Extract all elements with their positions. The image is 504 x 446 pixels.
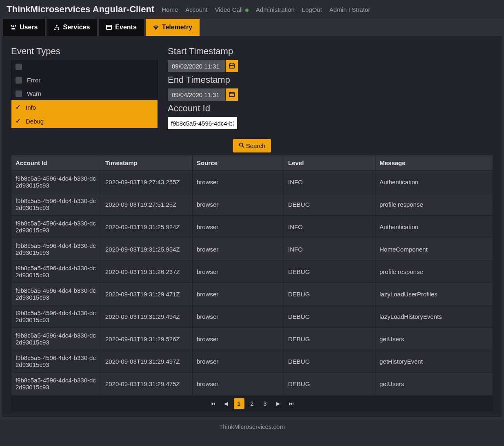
end-timestamp-picker-button[interactable]: [226, 88, 238, 101]
svg-rect-3: [107, 25, 111, 30]
search-icon: [239, 142, 244, 149]
first-page-icon: ⏮: [211, 401, 215, 406]
cell-source: browser: [193, 283, 284, 305]
cell-source: browser: [193, 350, 284, 373]
paginator-next[interactable]: ▶: [273, 398, 284, 409]
cell-timestamp: 2020-09-03T19:31:25.954Z: [101, 238, 193, 261]
event-type-warn[interactable]: Warn: [11, 87, 158, 100]
svg-rect-0: [56, 25, 58, 26]
end-timestamp-heading: End Timestamp: [168, 75, 238, 85]
cell-message: lazyLoadUserProfiles: [375, 283, 493, 305]
cell-source: browser: [193, 193, 284, 216]
col-account-id[interactable]: Account Id: [11, 155, 101, 171]
cell-level: INFO: [284, 171, 375, 193]
footer: ThinkMicroservices.com: [0, 420, 504, 435]
cell-source: browser: [193, 261, 284, 283]
table-row[interactable]: f9b8c5a5-4596-4dc4-b330-dc2d93015c932020…: [11, 171, 493, 193]
start-timestamp-picker-button[interactable]: [226, 60, 238, 72]
paginator-first[interactable]: ⏮: [208, 398, 218, 409]
paginator-page-3[interactable]: 3: [260, 398, 271, 409]
tab-users-label: Users: [20, 24, 38, 31]
nav-logout[interactable]: LogOut: [302, 6, 322, 13]
cell-level: DEBUG: [284, 261, 375, 283]
account-id-input[interactable]: [168, 117, 237, 129]
sitemap-icon: [54, 24, 60, 30]
event-type-warn-label: Warn: [27, 90, 41, 97]
tab-users[interactable]: Users: [3, 19, 45, 36]
table-row[interactable]: f9b8c5a5-4596-4dc4-b330-dc2d93015c932020…: [11, 350, 493, 373]
cell-level: DEBUG: [284, 283, 375, 305]
col-timestamp[interactable]: Timestamp: [101, 155, 193, 171]
nav-administration[interactable]: Administration: [256, 6, 295, 13]
paginator-prev[interactable]: ◀: [221, 398, 231, 409]
col-level[interactable]: Level: [284, 155, 375, 171]
cell-level: INFO: [284, 238, 375, 261]
table-row[interactable]: f9b8c5a5-4596-4dc4-b330-dc2d93015c932020…: [11, 283, 493, 305]
cell-timestamp: 2020-09-03T19:31:25.924Z: [101, 216, 193, 238]
svg-rect-6: [229, 92, 234, 97]
tab-telemetry-label: Telemetry: [162, 24, 192, 31]
users-icon: [11, 24, 16, 30]
paginator-last[interactable]: ⏭: [286, 398, 297, 409]
table-row[interactable]: f9b8c5a5-4596-4dc4-b330-dc2d93015c932020…: [11, 216, 493, 238]
start-timestamp-input[interactable]: [168, 60, 225, 72]
telemetry-table: Account Id Timestamp Source Level Messag…: [11, 155, 493, 395]
event-types-section: Event Types Error Warn ✓: [11, 46, 158, 128]
cell-source: browser: [193, 305, 284, 328]
cell-account-id: f9b8c5a5-4596-4dc4-b330-dc2d93015c93: [11, 261, 101, 283]
event-type-error[interactable]: Error: [11, 73, 158, 87]
event-type-info-label: Info: [26, 104, 36, 111]
cell-account-id: f9b8c5a5-4596-4dc4-b330-dc2d93015c93: [11, 171, 101, 193]
end-timestamp-input[interactable]: [168, 88, 225, 101]
paginator-page-1[interactable]: 1: [234, 398, 244, 409]
cell-message: lazyLoadHistoryEvents: [375, 305, 493, 328]
col-message[interactable]: Message: [375, 155, 493, 171]
tab-events[interactable]: Events: [99, 19, 144, 36]
checkbox-icon: [16, 64, 22, 70]
table-row[interactable]: f9b8c5a5-4596-4dc4-b330-dc2d93015c932020…: [11, 328, 493, 350]
cell-level: INFO: [284, 216, 375, 238]
paginator-page-2[interactable]: 2: [247, 398, 258, 409]
event-types-list: Error Warn ✓ Info ✓ Debug: [11, 60, 158, 128]
tab-telemetry[interactable]: Telemetry: [146, 19, 200, 36]
cell-timestamp: 2020-09-03T19:27:51.25Z: [101, 193, 193, 216]
check-icon: ✓: [16, 117, 21, 125]
prev-page-icon: ◀: [224, 401, 228, 406]
cell-source: browser: [193, 171, 284, 193]
nav-video-call-label: Video Call: [215, 6, 243, 13]
table-row[interactable]: f9b8c5a5-4596-4dc4-b330-dc2d93015c932020…: [11, 193, 493, 216]
checkbox-icon: [16, 77, 22, 84]
search-button-label: Search: [246, 142, 266, 149]
search-button[interactable]: Search: [233, 139, 271, 152]
calendar-icon: [229, 91, 235, 98]
cell-account-id: f9b8c5a5-4596-4dc4-b330-dc2d93015c93: [11, 283, 101, 305]
event-type-debug-label: Debug: [26, 118, 44, 125]
svg-rect-1: [54, 29, 56, 30]
nav-home[interactable]: Home: [162, 6, 178, 13]
event-type-all[interactable]: [11, 60, 158, 73]
cell-level: DEBUG: [284, 350, 375, 373]
cell-account-id: f9b8c5a5-4596-4dc4-b330-dc2d93015c93: [11, 238, 101, 261]
cell-timestamp: 2020-09-03T19:31:29.497Z: [101, 350, 193, 373]
cell-message: HomeComponent: [375, 238, 493, 261]
wifi-icon: [153, 24, 159, 30]
paginator: ⏮ ◀ 123 ▶ ⏭: [11, 396, 493, 411]
table-row[interactable]: f9b8c5a5-4596-4dc4-b330-dc2d93015c932020…: [11, 238, 493, 261]
event-type-debug[interactable]: ✓ Debug: [11, 114, 158, 128]
nav-video-call[interactable]: Video Call: [215, 6, 249, 13]
event-type-info[interactable]: ✓ Info: [11, 100, 158, 114]
nav-account[interactable]: Account: [185, 6, 207, 13]
calendar-icon: [229, 63, 235, 70]
cell-source: browser: [193, 238, 284, 261]
cell-timestamp: 2020-09-03T19:31:29.471Z: [101, 283, 193, 305]
cell-level: DEBUG: [284, 193, 375, 216]
checkbox-icon: [16, 91, 22, 97]
cell-timestamp: 2020-09-03T19:27:43.255Z: [101, 171, 193, 193]
table-row[interactable]: f9b8c5a5-4596-4dc4-b330-dc2d93015c932020…: [11, 305, 493, 328]
cell-message: getUsers: [375, 373, 493, 395]
table-row[interactable]: f9b8c5a5-4596-4dc4-b330-dc2d93015c932020…: [11, 261, 493, 283]
col-source[interactable]: Source: [193, 155, 284, 171]
svg-point-7: [239, 143, 242, 146]
table-row[interactable]: f9b8c5a5-4596-4dc4-b330-dc2d93015c932020…: [11, 373, 493, 395]
tab-services[interactable]: Services: [47, 19, 97, 36]
